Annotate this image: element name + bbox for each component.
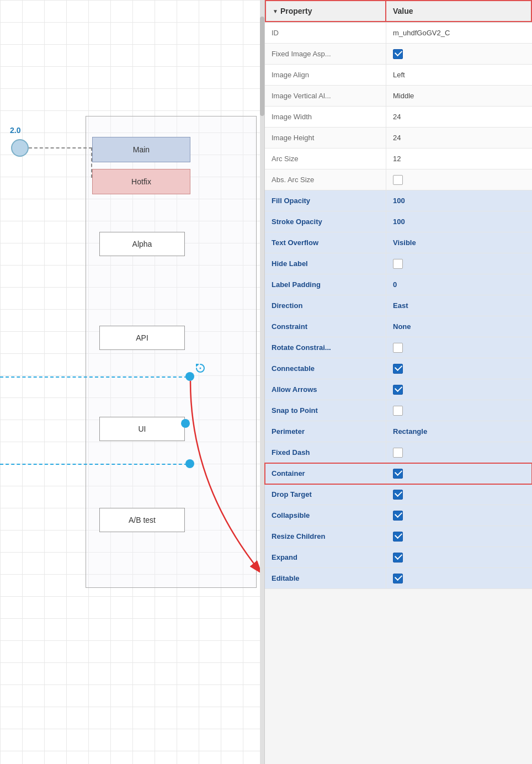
blue-dot-2 [181,419,190,428]
table-row[interactable]: Image Height24 [265,128,532,148]
property-cell: Allow Arrows [265,379,386,400]
checkbox-checked[interactable] [393,469,403,479]
table-row[interactable]: Arc Size12 [265,148,532,169]
checkbox-checked[interactable] [393,364,403,374]
checkbox-checked[interactable] [393,490,403,500]
property-cell: Fixed Image Asp... [265,44,386,64]
version-label: 2.0 [10,126,20,135]
main-box-label: Main [133,145,150,154]
ui-box-label: UI [139,425,146,433]
checkbox-checked[interactable] [393,385,403,395]
value-cell: 0 [386,274,532,295]
property-cell: Stroke Opacity [265,211,386,232]
table-row[interactable]: Allow Arrows [265,379,532,400]
ab-box-label: A/B test [129,516,156,524]
blue-dot-3 [185,459,194,468]
scrollbar-thumb[interactable] [260,17,264,116]
property-cell: Image Vertical Al... [265,86,386,106]
table-row[interactable]: ConstraintNone [265,316,532,337]
property-cell: Snap to Point [265,400,386,421]
svg-point-0 [200,368,201,369]
property-cell: Arc Size [265,148,386,169]
property-cell: Editable [265,568,386,588]
property-cell: Rotate Constrai... [265,337,386,358]
blue-dashed-line-2 [0,464,193,465]
table-row[interactable]: Editable [265,568,532,589]
value-cell [386,358,532,379]
table-row[interactable]: IDm_uhdfGoGV2_C [265,23,532,44]
circle-node [11,139,29,157]
alpha-box[interactable]: Alpha [99,232,185,256]
checkbox-checked[interactable] [393,574,403,583]
table-row[interactable]: Drop Target [265,484,532,505]
value-cell [386,400,532,421]
checkbox-checked[interactable] [393,553,403,563]
property-cell: Label Padding [265,274,386,295]
checkbox-checked[interactable] [393,532,403,542]
table-row[interactable]: Fixed Dash [265,442,532,463]
table-row[interactable]: Label Padding0 [265,274,532,295]
table-row[interactable]: Image AlignLeft [265,65,532,86]
table-row[interactable]: Image Vertical Al...Middle [265,86,532,107]
value-cell [386,547,532,567]
table-row[interactable]: Collapsible [265,505,532,526]
ab-box[interactable]: A/B test [99,508,185,532]
property-cell: Resize Children [265,526,386,547]
property-cell: Direction [265,295,386,316]
table-row[interactable]: Fixed Image Asp... [265,44,532,65]
scrollbar-track[interactable] [260,0,264,764]
ui-box[interactable]: UI [99,417,185,441]
main-box[interactable]: Main [92,137,190,162]
property-cell: Image Width [265,107,386,127]
value-cell: 12 [386,148,532,169]
value-cell: Middle [386,86,532,106]
property-cell: Connectable [265,358,386,379]
value-cell: East [386,295,532,316]
value-cell [386,253,532,274]
table-row[interactable]: Expand [265,547,532,568]
table-row[interactable]: Hide Label [265,253,532,274]
table-row[interactable]: PerimeterRectangle [265,421,532,442]
table-row[interactable]: Stroke Opacity100 [265,211,532,232]
property-cell: Collapsible [265,505,386,526]
api-box[interactable]: API [99,326,185,350]
table-row[interactable]: Image Width24 [265,107,532,128]
alpha-box-label: Alpha [132,240,152,248]
table-row[interactable]: Text OverflowVisible [265,232,532,253]
table-row[interactable]: Resize Children [265,526,532,547]
table-header: ▼ Property Value [265,0,532,23]
checkbox-checked[interactable] [393,511,403,521]
table-row[interactable]: DirectionEast [265,295,532,316]
value-cell [386,484,532,505]
checkbox-unchecked[interactable] [393,259,403,269]
table-row[interactable]: Container [265,463,532,484]
table-row[interactable]: Fill Opacity100 [265,190,532,211]
property-cell: Text Overflow [265,232,386,253]
value-cell: m_uhdfGoGV2_C [386,23,532,43]
checkbox-unchecked[interactable] [393,343,403,353]
canvas-area[interactable]: 2.0 Main Hotfix Alpha API [0,0,265,764]
table-row[interactable]: Connectable [265,358,532,379]
value-cell: Rectangle [386,421,532,442]
value-cell [386,337,532,358]
property-cell: Container [265,463,386,484]
value-cell: 24 [386,107,532,127]
dashed-line-h [29,147,92,148]
checkbox-unchecked[interactable] [393,175,403,185]
checkbox-unchecked[interactable] [393,406,403,416]
hotfix-box[interactable]: Hotfix [92,169,190,194]
value-cell [386,44,532,64]
right-panel: ▼ Property Value IDm_uhdfGoGV2_CFixed Im… [265,0,532,764]
value-cell [386,169,532,190]
rotate-icon[interactable] [194,362,206,374]
table-row[interactable]: Abs. Arc Size [265,169,532,190]
checkbox-unchecked[interactable] [393,448,403,458]
value-cell: 100 [386,211,532,232]
table-row[interactable]: Snap to Point [265,400,532,421]
api-box-label: API [136,333,148,342]
value-cell: None [386,316,532,337]
checkbox-checked[interactable] [393,49,403,59]
table-row[interactable]: Rotate Constrai... [265,337,532,358]
value-cell [386,568,532,588]
canvas-content: 2.0 Main Hotfix Alpha API [0,0,264,764]
